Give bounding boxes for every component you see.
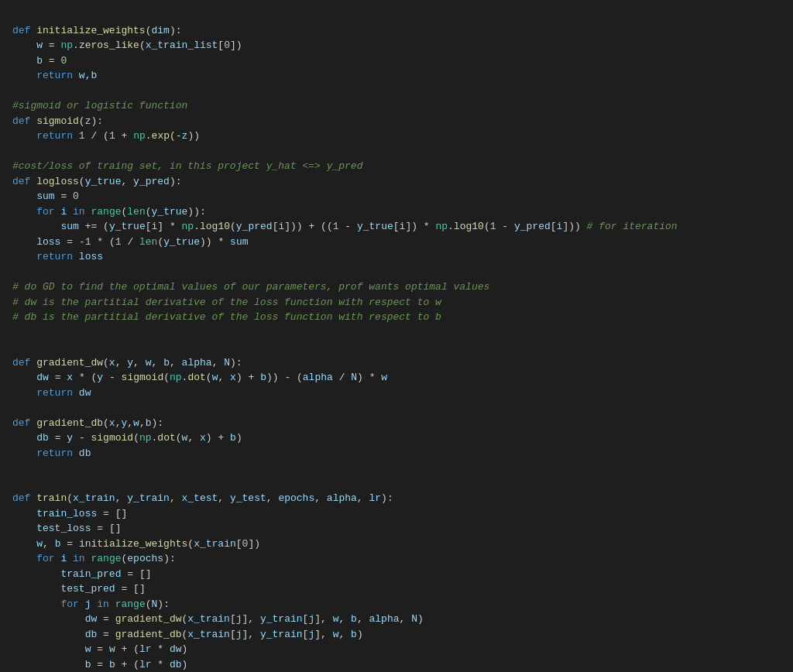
code-editor: def initialize_weights(dim): w = np.zero… — [12, 8, 781, 672]
line-1: def initialize_weights(dim): w = np.zero… — [12, 25, 678, 673]
